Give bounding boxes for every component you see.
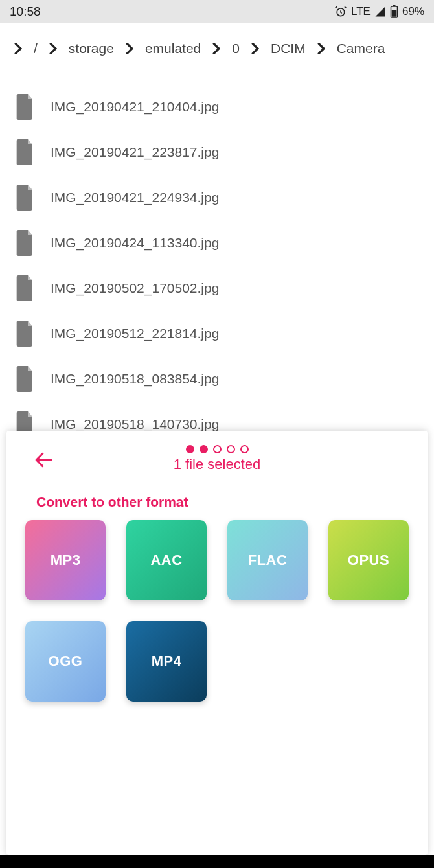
chevron-right-icon bbox=[126, 43, 133, 54]
file-name: IMG_20190424_113340.jpg bbox=[51, 235, 219, 251]
battery-icon bbox=[390, 5, 398, 18]
file-icon bbox=[14, 139, 36, 165]
status-time: 10:58 bbox=[10, 5, 41, 19]
format-tile-aac[interactable]: AAC bbox=[126, 520, 207, 600]
format-tile-opus[interactable]: OPUS bbox=[328, 520, 409, 600]
sheet-header: 1 file selected bbox=[12, 442, 422, 481]
battery-label: 69% bbox=[402, 5, 424, 18]
bottom-sheet: 1 file selected Convert to other format … bbox=[6, 431, 428, 855]
file-name: IMG_20190421_224934.jpg bbox=[51, 190, 219, 205]
chevron-right-icon bbox=[14, 43, 22, 54]
progress-dot bbox=[213, 445, 222, 453]
progress-dot bbox=[240, 445, 249, 453]
breadcrumb[interactable]: / storage emulated 0 DCIM Camera bbox=[0, 23, 434, 74]
file-name: IMG_20190518_083854.jpg bbox=[51, 371, 219, 387]
chevron-right-icon bbox=[212, 43, 220, 54]
format-tile-ogg[interactable]: OGG bbox=[25, 621, 106, 702]
chevron-right-icon bbox=[49, 43, 57, 54]
signal-icon bbox=[374, 6, 386, 17]
chevron-right-icon bbox=[317, 43, 325, 54]
status-right: LTE 69% bbox=[334, 5, 424, 18]
file-icon bbox=[14, 321, 36, 347]
file-row[interactable]: IMG_20190518_083854.jpg bbox=[0, 356, 434, 402]
breadcrumb-item[interactable]: emulated bbox=[145, 41, 201, 56]
file-icon bbox=[14, 275, 36, 301]
breadcrumb-item[interactable]: DCIM bbox=[271, 41, 306, 56]
file-row[interactable]: IMG_20190421_210404.jpg bbox=[0, 84, 434, 130]
format-tile-flac[interactable]: FLAC bbox=[227, 520, 308, 600]
progress-dot bbox=[186, 445, 194, 453]
file-icon bbox=[14, 366, 36, 392]
sheet-section-title: Convert to other format bbox=[36, 494, 422, 510]
file-icon bbox=[14, 94, 36, 120]
nav-bar[interactable] bbox=[0, 855, 434, 868]
sheet-subtitle: 1 file selected bbox=[174, 456, 261, 473]
breadcrumb-item[interactable]: 0 bbox=[232, 41, 240, 56]
format-grid: MP3 AAC FLAC OPUS OGG MP4 bbox=[12, 520, 422, 702]
file-icon bbox=[14, 185, 36, 211]
file-name: IMG_20190421_210404.jpg bbox=[51, 99, 219, 115]
file-icon bbox=[14, 230, 36, 256]
status-bar: 10:58 LTE 69% bbox=[0, 0, 434, 23]
breadcrumb-item[interactable]: Camera bbox=[337, 41, 385, 56]
svg-rect-2 bbox=[393, 5, 395, 6]
format-tile-mp4[interactable]: MP4 bbox=[126, 621, 207, 702]
chevron-right-icon bbox=[251, 43, 259, 54]
file-name: IMG_20190421_223817.jpg bbox=[51, 144, 219, 160]
file-row[interactable]: IMG_20190512_221814.jpg bbox=[0, 311, 434, 356]
progress-dots bbox=[186, 445, 249, 453]
format-tile-mp3[interactable]: MP3 bbox=[25, 520, 106, 600]
file-row[interactable]: IMG_20190421_224934.jpg bbox=[0, 175, 434, 220]
file-row[interactable]: IMG_20190421_223817.jpg bbox=[0, 130, 434, 175]
svg-rect-3 bbox=[392, 10, 397, 17]
file-name: IMG_20190512_221814.jpg bbox=[51, 326, 219, 341]
breadcrumb-item[interactable]: storage bbox=[69, 41, 114, 56]
file-list[interactable]: IMG_20190421_210404.jpg IMG_20190421_223… bbox=[0, 74, 434, 447]
breadcrumb-root[interactable]: / bbox=[34, 41, 38, 56]
file-name: IMG_20190518_140730.jpg bbox=[51, 417, 219, 432]
progress-dot bbox=[200, 445, 208, 453]
alarm-icon bbox=[334, 5, 347, 18]
file-row[interactable]: IMG_20190424_113340.jpg bbox=[0, 220, 434, 266]
file-row[interactable]: IMG_20190502_170502.jpg bbox=[0, 266, 434, 311]
network-label: LTE bbox=[351, 5, 371, 18]
file-name: IMG_20190502_170502.jpg bbox=[51, 280, 219, 296]
progress-dot bbox=[227, 445, 235, 453]
